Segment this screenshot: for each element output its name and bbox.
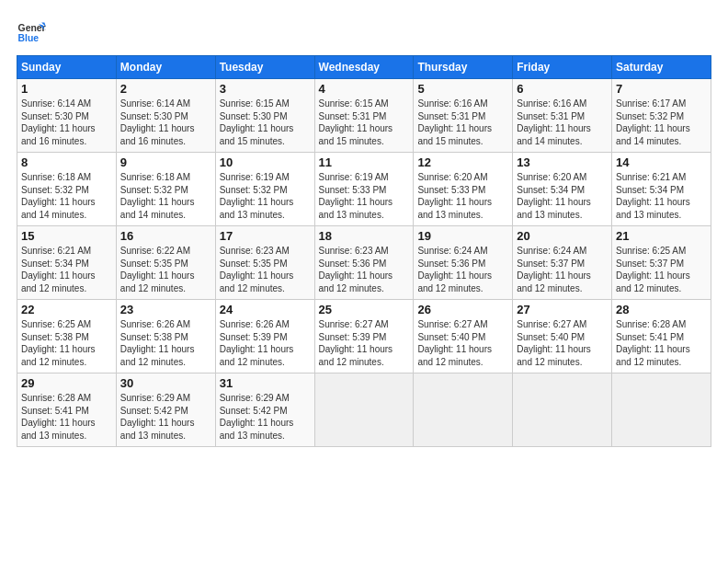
day-info: Sunrise: 6:25 AM Sunset: 5:38 PM Dayligh…: [21, 318, 112, 368]
day-number: 4: [319, 82, 410, 96]
day-number: 13: [517, 155, 608, 169]
day-number: 23: [120, 303, 211, 316]
calendar-week-3: 15 Sunrise: 6:21 AM Sunset: 5:34 PM Dayl…: [17, 226, 711, 300]
day-number: 8: [21, 155, 112, 169]
day-number: 10: [220, 155, 311, 169]
day-info: Sunrise: 6:14 AM Sunset: 5:30 PM Dayligh…: [21, 98, 112, 147]
weekday-header-tuesday: Tuesday: [215, 56, 314, 79]
day-number: 9: [120, 155, 211, 169]
day-info: Sunrise: 6:25 AM Sunset: 5:37 PM Dayligh…: [616, 245, 707, 294]
day-info: Sunrise: 6:27 AM Sunset: 5:40 PM Dayligh…: [417, 318, 508, 368]
calendar-cell: 18 Sunrise: 6:23 AM Sunset: 5:36 PM Dayl…: [314, 226, 414, 300]
calendar-cell: [513, 373, 612, 447]
day-number: 31: [220, 376, 311, 390]
calendar-cell: [314, 373, 414, 447]
day-number: 1: [21, 82, 112, 96]
calendar-cell: 22 Sunrise: 6:25 AM Sunset: 5:38 PM Dayl…: [17, 300, 117, 373]
calendar-cell: 10 Sunrise: 6:19 AM Sunset: 5:32 PM Dayl…: [215, 153, 314, 226]
weekday-header-sunday: Sunday: [17, 56, 117, 79]
calendar-cell: 3 Sunrise: 6:15 AM Sunset: 5:30 PM Dayli…: [215, 79, 314, 153]
calendar-cell: 9 Sunrise: 6:18 AM Sunset: 5:32 PM Dayli…: [116, 153, 215, 226]
day-number: 28: [616, 303, 707, 316]
calendar-cell: 17 Sunrise: 6:23 AM Sunset: 5:35 PM Dayl…: [215, 226, 314, 300]
calendar-cell: 30 Sunrise: 6:29 AM Sunset: 5:42 PM Dayl…: [116, 373, 215, 447]
calendar-cell: 11 Sunrise: 6:19 AM Sunset: 5:33 PM Dayl…: [314, 153, 414, 226]
calendar-cell: 29 Sunrise: 6:28 AM Sunset: 5:41 PM Dayl…: [17, 373, 117, 447]
day-info: Sunrise: 6:24 AM Sunset: 5:36 PM Dayligh…: [417, 245, 508, 294]
day-info: Sunrise: 6:28 AM Sunset: 5:41 PM Dayligh…: [21, 392, 112, 442]
calendar-cell: 6 Sunrise: 6:16 AM Sunset: 5:31 PM Dayli…: [513, 79, 612, 153]
day-number: 18: [319, 229, 410, 243]
day-info: Sunrise: 6:26 AM Sunset: 5:39 PM Dayligh…: [220, 318, 311, 368]
calendar-cell: 28 Sunrise: 6:28 AM Sunset: 5:41 PM Dayl…: [612, 300, 711, 373]
day-info: Sunrise: 6:23 AM Sunset: 5:36 PM Dayligh…: [319, 245, 410, 294]
day-info: Sunrise: 6:16 AM Sunset: 5:31 PM Dayligh…: [417, 98, 508, 147]
weekday-header-wednesday: Wednesday: [314, 56, 414, 79]
day-number: 20: [517, 229, 608, 243]
calendar-week-1: 1 Sunrise: 6:14 AM Sunset: 5:30 PM Dayli…: [17, 79, 711, 153]
logo: General Blue: [17, 17, 46, 46]
day-info: Sunrise: 6:15 AM Sunset: 5:30 PM Dayligh…: [220, 98, 311, 147]
day-info: Sunrise: 6:18 AM Sunset: 5:32 PM Dayligh…: [120, 171, 211, 221]
calendar-cell: 16 Sunrise: 6:22 AM Sunset: 5:35 PM Dayl…: [116, 226, 215, 300]
day-number: 17: [220, 229, 311, 243]
day-info: Sunrise: 6:21 AM Sunset: 5:34 PM Dayligh…: [21, 245, 112, 294]
day-number: 15: [21, 229, 112, 243]
calendar-cell: [612, 373, 711, 447]
day-info: Sunrise: 6:17 AM Sunset: 5:32 PM Dayligh…: [616, 98, 707, 147]
day-number: 3: [220, 82, 311, 96]
calendar-cell: 31 Sunrise: 6:29 AM Sunset: 5:42 PM Dayl…: [215, 373, 314, 447]
day-number: 24: [220, 303, 311, 316]
calendar-cell: 19 Sunrise: 6:24 AM Sunset: 5:36 PM Dayl…: [414, 226, 513, 300]
calendar-cell: 2 Sunrise: 6:14 AM Sunset: 5:30 PM Dayli…: [116, 79, 215, 153]
calendar-cell: 7 Sunrise: 6:17 AM Sunset: 5:32 PM Dayli…: [612, 79, 711, 153]
day-number: 29: [21, 376, 112, 390]
calendar-cell: 20 Sunrise: 6:24 AM Sunset: 5:37 PM Dayl…: [513, 226, 612, 300]
page-container: General Blue SundayMondayTuesdayWednesda…: [0, 0, 728, 456]
day-number: 11: [319, 155, 410, 169]
calendar-cell: 26 Sunrise: 6:27 AM Sunset: 5:40 PM Dayl…: [414, 300, 513, 373]
day-number: 5: [417, 82, 508, 96]
day-number: 25: [319, 303, 410, 316]
day-number: 27: [517, 303, 608, 316]
calendar-cell: 13 Sunrise: 6:20 AM Sunset: 5:34 PM Dayl…: [513, 153, 612, 226]
day-info: Sunrise: 6:28 AM Sunset: 5:41 PM Dayligh…: [616, 318, 707, 368]
weekday-header-friday: Friday: [513, 56, 612, 79]
calendar-cell: 1 Sunrise: 6:14 AM Sunset: 5:30 PM Dayli…: [17, 79, 117, 153]
day-info: Sunrise: 6:14 AM Sunset: 5:30 PM Dayligh…: [120, 98, 211, 147]
calendar-cell: [414, 373, 513, 447]
day-info: Sunrise: 6:21 AM Sunset: 5:34 PM Dayligh…: [616, 171, 707, 221]
weekday-header-thursday: Thursday: [414, 56, 513, 79]
logo-icon: General Blue: [17, 17, 46, 46]
day-number: 14: [616, 155, 707, 169]
day-number: 2: [120, 82, 211, 96]
calendar-cell: 15 Sunrise: 6:21 AM Sunset: 5:34 PM Dayl…: [17, 226, 117, 300]
svg-text:Blue: Blue: [18, 33, 40, 43]
day-info: Sunrise: 6:16 AM Sunset: 5:31 PM Dayligh…: [517, 98, 608, 147]
day-info: Sunrise: 6:23 AM Sunset: 5:35 PM Dayligh…: [220, 245, 311, 294]
day-number: 21: [616, 229, 707, 243]
calendar-header-row: SundayMondayTuesdayWednesdayThursdayFrid…: [17, 56, 711, 79]
day-info: Sunrise: 6:29 AM Sunset: 5:42 PM Dayligh…: [220, 392, 311, 442]
calendar-week-5: 29 Sunrise: 6:28 AM Sunset: 5:41 PM Dayl…: [17, 373, 711, 447]
calendar-cell: 23 Sunrise: 6:26 AM Sunset: 5:38 PM Dayl…: [116, 300, 215, 373]
day-number: 12: [417, 155, 508, 169]
day-number: 30: [120, 376, 211, 390]
weekday-header-saturday: Saturday: [612, 56, 711, 79]
day-info: Sunrise: 6:19 AM Sunset: 5:33 PM Dayligh…: [319, 171, 410, 221]
day-info: Sunrise: 6:24 AM Sunset: 5:37 PM Dayligh…: [517, 245, 608, 294]
calendar-cell: 12 Sunrise: 6:20 AM Sunset: 5:33 PM Dayl…: [414, 153, 513, 226]
day-info: Sunrise: 6:20 AM Sunset: 5:33 PM Dayligh…: [417, 171, 508, 221]
day-info: Sunrise: 6:27 AM Sunset: 5:39 PM Dayligh…: [319, 318, 410, 368]
calendar-cell: 8 Sunrise: 6:18 AM Sunset: 5:32 PM Dayli…: [17, 153, 117, 226]
page-header: General Blue: [17, 17, 711, 46]
calendar-cell: 24 Sunrise: 6:26 AM Sunset: 5:39 PM Dayl…: [215, 300, 314, 373]
calendar-week-2: 8 Sunrise: 6:18 AM Sunset: 5:32 PM Dayli…: [17, 153, 711, 226]
calendar-table: SundayMondayTuesdayWednesdayThursdayFrid…: [17, 55, 711, 447]
day-info: Sunrise: 6:29 AM Sunset: 5:42 PM Dayligh…: [120, 392, 211, 442]
day-number: 22: [21, 303, 112, 316]
day-info: Sunrise: 6:26 AM Sunset: 5:38 PM Dayligh…: [120, 318, 211, 368]
day-number: 6: [517, 82, 608, 96]
day-number: 7: [616, 82, 707, 96]
calendar-cell: 14 Sunrise: 6:21 AM Sunset: 5:34 PM Dayl…: [612, 153, 711, 226]
